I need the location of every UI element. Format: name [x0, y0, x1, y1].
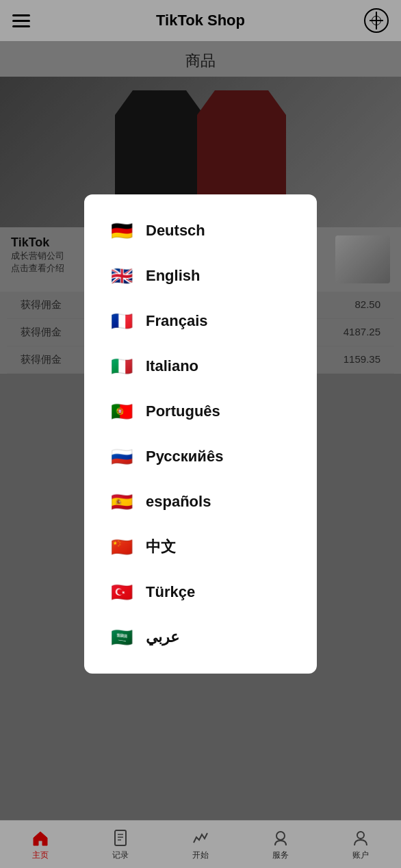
lang-name-ru: Русскийês [146, 448, 223, 465]
lang-item-ar[interactable]: 🇸🇦عربي [84, 615, 317, 660]
lang-name-en: English [146, 267, 200, 285]
lang-item-tr[interactable]: 🇹🇷Türkçe [84, 570, 317, 615]
lang-flag-ar: 🇸🇦 [109, 624, 135, 650]
lang-flag-ru: 🇷🇺 [109, 444, 135, 470]
lang-item-fr[interactable]: 🇫🇷Français [84, 298, 317, 344]
lang-flag-en: 🇬🇧 [109, 263, 135, 289]
lang-name-it: Italiano [146, 357, 198, 375]
lang-name-ar: عربي [146, 628, 179, 646]
lang-name-zh: 中文 [146, 537, 176, 557]
lang-flag-fr: 🇫🇷 [109, 308, 135, 334]
lang-item-de[interactable]: 🇩🇪Deutsch [84, 208, 317, 253]
lang-item-ru[interactable]: 🇷🇺Русскийês [84, 434, 317, 479]
lang-name-es: españols [146, 493, 211, 511]
language-modal: 🇩🇪Deutsch🇬🇧English🇫🇷Français🇮🇹Italiano🇵🇹… [84, 194, 317, 674]
lang-name-tr: Türkçe [146, 583, 195, 601]
modal-overlay[interactable]: 🇩🇪Deutsch🇬🇧English🇫🇷Français🇮🇹Italiano🇵🇹… [0, 0, 401, 868]
lang-flag-pt: 🇵🇹 [109, 398, 135, 424]
lang-name-fr: Français [146, 312, 208, 330]
lang-item-es[interactable]: 🇪🇸españols [84, 479, 317, 524]
lang-flag-tr: 🇹🇷 [109, 579, 135, 605]
lang-item-it[interactable]: 🇮🇹Italiano [84, 344, 317, 389]
lang-item-pt[interactable]: 🇵🇹Português [84, 389, 317, 434]
lang-flag-zh: 🇨🇳 [109, 534, 135, 560]
lang-flag-de: 🇩🇪 [109, 218, 135, 244]
lang-item-zh[interactable]: 🇨🇳中文 [84, 524, 317, 570]
lang-flag-it: 🇮🇹 [109, 353, 135, 379]
lang-item-en[interactable]: 🇬🇧English [84, 253, 317, 298]
lang-name-pt: Português [146, 403, 220, 420]
lang-name-de: Deutsch [146, 222, 205, 240]
lang-flag-es: 🇪🇸 [109, 489, 135, 515]
